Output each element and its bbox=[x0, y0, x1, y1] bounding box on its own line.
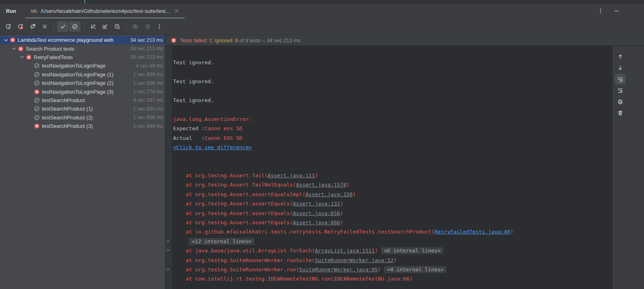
error-text: ) bbox=[340, 219, 343, 225]
test-name: testNavigationToLoginPage (1) bbox=[40, 72, 132, 78]
hide-window-button[interactable] bbox=[612, 6, 621, 16]
error-text: at org.testng.Assert.assertEquals( bbox=[173, 219, 293, 225]
printer-icon bbox=[617, 98, 623, 105]
test-tree-row[interactable]: testNavigationToLoginPage4 sec 89 ms bbox=[0, 61, 165, 70]
stacktrace-link[interactable]: Assert.java:666 bbox=[293, 219, 340, 225]
test-tree-row[interactable]: testSearchProduct4 sec 187 ms bbox=[0, 96, 165, 105]
fold-expand-icon[interactable]: > bbox=[167, 246, 171, 255]
fold-expand-icon[interactable]: > bbox=[167, 237, 171, 246]
scroll-to-end-button[interactable] bbox=[615, 85, 625, 96]
error-text: ) bbox=[340, 210, 343, 216]
test-tree-row[interactable]: testNavigationToLoginPage (3)1 sec 778 m… bbox=[0, 87, 165, 96]
internal-lines-chip[interactable]: <4 internal lines> bbox=[384, 266, 446, 273]
test-tree-row[interactable]: testNavigationToLoginPage (1)1 sec 899 m… bbox=[0, 70, 165, 79]
console-toolbar bbox=[613, 46, 644, 289]
test-tree-row[interactable]: testSearchProduct (1)1 sec 830 ms bbox=[0, 105, 165, 113]
run-tool-window: Run NTG /Users/faisalkhatri/Github/selen… bbox=[0, 0, 644, 289]
export-button bbox=[142, 21, 153, 32]
export-icon bbox=[144, 23, 151, 30]
stacktrace-link[interactable]: Assert.java:1578 bbox=[296, 182, 346, 188]
stacktrace-link[interactable]: Assert.java:132 bbox=[293, 201, 340, 207]
test-run-summary: Tests failed: 2, ignored: 6 of 8 tests –… bbox=[180, 37, 301, 43]
stacktrace-link[interactable]: <Click to see difference> bbox=[173, 144, 252, 150]
test-duration: 1 sec 899 ms bbox=[132, 72, 165, 77]
test-name: testSearchProduct bbox=[40, 97, 132, 103]
arrow-up-icon bbox=[617, 53, 623, 60]
console-line: at com.intellij.rt.testng.IDEARemoteTest… bbox=[165, 274, 613, 283]
console-line bbox=[165, 68, 613, 77]
next-occurrence-button[interactable] bbox=[615, 63, 625, 73]
error-text: at org.testng.Assert.assertEquals( bbox=[173, 210, 293, 216]
test-tree-row[interactable]: testSearchProduct (2)1 sec 856 ms bbox=[0, 113, 165, 122]
error-text: at java.base/java.util.ArrayList.forEach… bbox=[173, 248, 315, 254]
test-name: testNavigationToLoginPage (2) bbox=[40, 80, 132, 86]
error-text: ) bbox=[375, 248, 381, 254]
stacktrace-link[interactable]: Assert.java:150 bbox=[305, 191, 353, 197]
error-text: Canon EOS 5D bbox=[204, 135, 242, 141]
test-tree-row[interactable]: testSearchProduct (3)1 sec 849 ms bbox=[0, 122, 165, 130]
rerun-failed-icon bbox=[17, 23, 24, 30]
import-test-results-button[interactable] bbox=[99, 21, 111, 32]
auto-test-icon bbox=[29, 23, 36, 30]
test-status-bar: Tests failed: 2, ignored: 6 of 8 tests –… bbox=[165, 35, 644, 46]
test-duration: 34 sec 213 ms bbox=[129, 54, 165, 60]
test-history-button[interactable] bbox=[111, 21, 123, 32]
stacktrace-link[interactable]: ArrayList.java:1511 bbox=[315, 248, 375, 254]
test-tree-row[interactable]: Search Product tests34 sec 213 ms bbox=[0, 44, 165, 53]
error-text: at org.testng.Assert.assertEqualsImpl( bbox=[173, 191, 305, 197]
chevron-down-icon[interactable] bbox=[2, 37, 9, 43]
console-line: > at java.base/java.util.ArrayList.forEa… bbox=[165, 246, 613, 255]
tree-indent bbox=[27, 80, 33, 86]
test-tree-row[interactable]: testNavigationToLoginPage (2)1 sec 836 m… bbox=[0, 79, 165, 87]
stacktrace-link[interactable]: SuiteRunnerWorker.java:52 bbox=[315, 257, 394, 263]
test-tree-row[interactable]: RetryFailedTests34 sec 213 ms bbox=[0, 53, 165, 61]
print-button[interactable] bbox=[615, 96, 625, 107]
show-passed-button[interactable] bbox=[57, 21, 68, 32]
close-icon[interactable] bbox=[173, 8, 180, 14]
tree-indent bbox=[27, 114, 33, 121]
test-name: testNavigationToLoginPage (3) bbox=[40, 89, 132, 95]
test-tree-row[interactable]: LambdaTest ecommerce playground web34 se… bbox=[0, 36, 165, 44]
stacktrace-link[interactable]: RetryFailedTests.java:40 bbox=[435, 229, 510, 235]
error-text: at org.testng.Assert.fail( bbox=[173, 172, 268, 178]
console-text: Test ignored. bbox=[173, 59, 214, 66]
test-ignored-icon bbox=[33, 71, 40, 78]
stop-icon bbox=[41, 23, 48, 30]
toggle-auto-test-button[interactable] bbox=[27, 21, 38, 32]
console-line: at org.testng.SuiteRunnerWorker.runSuite… bbox=[165, 256, 613, 265]
internal-lines-chip[interactable]: <12 internal lines> bbox=[189, 238, 254, 245]
more-options-button[interactable] bbox=[154, 21, 165, 32]
chevron-down-icon[interactable] bbox=[10, 45, 17, 52]
rerun-button[interactable] bbox=[3, 21, 14, 32]
error-text: ) bbox=[378, 266, 384, 273]
console-line bbox=[165, 49, 613, 58]
soft-wrap-button[interactable] bbox=[615, 74, 625, 84]
console-line: java.lang.AssertionError: bbox=[165, 115, 613, 124]
active-tab-indicator bbox=[25, 17, 185, 18]
error-text: at io.github.mfaisalkhatri.tests.retryte… bbox=[173, 229, 435, 235]
console-line: <Click to see difference> bbox=[165, 143, 613, 152]
tree-indent bbox=[27, 63, 33, 69]
internal-lines-chip[interactable]: <6 internal lines> bbox=[381, 247, 444, 254]
chevron-down-icon[interactable] bbox=[19, 54, 25, 60]
test-ignored-icon bbox=[33, 106, 40, 112]
stacktrace-link[interactable]: Assert.java:111 bbox=[268, 172, 315, 178]
rerun-failed-tests-button[interactable] bbox=[15, 21, 26, 32]
test-name: testSearchProduct (3) bbox=[40, 123, 132, 129]
run-tab[interactable]: NTG /Users/faisalkhatri/Github/selenium4… bbox=[25, 3, 186, 18]
fold-expand-icon[interactable]: > bbox=[167, 265, 171, 274]
tree-indent bbox=[27, 123, 33, 129]
stacktrace-link[interactable]: Assert.java:656 bbox=[293, 210, 340, 216]
previous-occurrence-button[interactable] bbox=[615, 51, 625, 62]
clear-all-button[interactable] bbox=[615, 108, 625, 118]
show-ignored-button[interactable] bbox=[69, 21, 80, 32]
test-name: RetryFailedTests bbox=[32, 54, 129, 60]
test-console[interactable]: Test ignored.Test ignored.Test ignored.j… bbox=[165, 46, 613, 289]
arrow-down-left-icon bbox=[102, 23, 108, 30]
more-options-button[interactable] bbox=[596, 6, 605, 16]
stacktrace-link[interactable]: SuiteRunnerWorker.java:95 bbox=[299, 266, 378, 273]
sort-tests-button[interactable] bbox=[87, 21, 99, 32]
console-line: at org.testng.Assert.assertEqualsImpl(As… bbox=[165, 190, 613, 199]
test-ignored-icon bbox=[33, 97, 40, 103]
console-region: Tests failed: 2, ignored: 6 of 8 tests –… bbox=[165, 35, 644, 289]
